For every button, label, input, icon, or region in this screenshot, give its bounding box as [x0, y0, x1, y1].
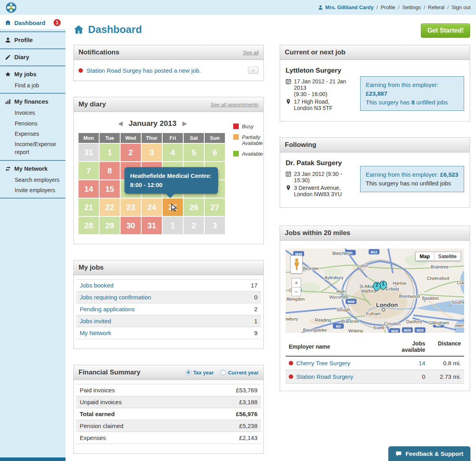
calendar-day-cell[interactable]: 14 — [79, 180, 99, 198]
calendar-next-icon[interactable]: ▶ — [182, 120, 187, 127]
user-menu-name[interactable]: Mrs. Gilliland Cardy — [318, 4, 374, 10]
sidebar-subitem-invoices[interactable]: Invoices — [0, 108, 65, 118]
notifications-see-all-link[interactable]: See all — [243, 50, 259, 56]
topbar-link-settings[interactable]: Settings — [402, 4, 421, 10]
map-place-label: Luton — [357, 263, 368, 268]
calendar-day-cell[interactable]: 8 — [100, 162, 120, 179]
mouse-cursor-icon — [170, 203, 178, 212]
notifications-panel: Notifications See all Station Road Surge… — [73, 45, 264, 81]
calendar-day-cell[interactable]: 30 — [121, 217, 141, 234]
employer-link[interactable]: Station Road Surgery — [296, 373, 353, 380]
current-job-surgery-name: Lyttleton Surgery — [286, 67, 356, 75]
sidebar-item-profile[interactable]: Profile — [0, 32, 65, 46]
calendar-day-cell[interactable]: 23 — [121, 199, 141, 216]
diary-see-all-link[interactable]: See all appointments — [211, 102, 259, 108]
map-place-label: Basildon — [422, 296, 439, 301]
sidebar-item-label: Profile — [14, 37, 33, 43]
row-value: 2 — [254, 306, 257, 312]
notification-link[interactable]: Station Road Surgey has posted a new job… — [86, 67, 244, 74]
sidebar-group-dashboard: Dashboard1 — [0, 15, 65, 32]
calendar-day-cell[interactable]: 7 — [79, 162, 99, 179]
calendar-day-cell[interactable]: 1 — [163, 217, 183, 234]
legend-label: Available — [242, 151, 263, 157]
sidebar-item-diary[interactable]: Diary — [0, 49, 65, 63]
calendar-day-cell[interactable]: 29 — [100, 217, 120, 234]
sidebar-subitem-expenses[interactable]: Expenses — [0, 129, 65, 139]
calendar-day-cell[interactable]: 31 — [79, 144, 99, 161]
sidebar-item-dashboard[interactable]: Dashboard1 — [0, 15, 65, 29]
calendar-day-cell[interactable]: 3 — [142, 144, 162, 161]
zoom-in-button[interactable]: + — [292, 278, 301, 287]
topbar-link-referal[interactable]: Referal — [428, 4, 445, 10]
map[interactable]: M40M1M11M40M3M25M26M20M2 BletchleyBicest… — [286, 249, 464, 333]
map-place-label: Clacton — [457, 280, 464, 285]
calendar-day-cell[interactable]: 5 — [184, 144, 204, 161]
calendar-day-cell[interactable]: 6 — [205, 144, 225, 161]
pegman-icon — [294, 258, 300, 271]
map-place-label: Watford — [361, 289, 376, 293]
row-label-link[interactable]: Jobs booked — [80, 282, 113, 289]
sidebar-item-my-network[interactable]: My Network — [0, 161, 65, 175]
calendar-day-cell[interactable]: 24 — [142, 199, 162, 216]
table-row: Jobs booked17 — [76, 280, 261, 291]
sync-icon — [5, 165, 11, 172]
sidebar-item-label: My jobs — [14, 71, 36, 77]
radio-current-year[interactable]: Current year — [221, 370, 259, 376]
sidebar-subitem-pensions[interactable]: Pensions — [0, 118, 65, 129]
app-logo-icon[interactable] — [6, 2, 17, 13]
map-button[interactable]: Map — [415, 252, 434, 261]
satellite-button[interactable]: Satellite — [434, 252, 461, 261]
employer-link[interactable]: Cherry Tree Surgery — [296, 360, 350, 366]
calendar-prev-icon[interactable]: ◀ — [118, 120, 123, 127]
sidebar-subitem-invite-employers[interactable]: Invite employers — [0, 185, 65, 195]
sidebar-item-my-finances[interactable]: My finances — [0, 94, 65, 108]
row-value: £2,143 — [239, 434, 257, 441]
location-pin-icon — [286, 185, 291, 191]
calendar-day-cell[interactable]: 4 — [163, 144, 183, 161]
calendar-day-cell[interactable]: 21 — [79, 199, 99, 216]
calendar-day-cell[interactable]: 31 — [142, 217, 162, 234]
notification-close-button[interactable]: × — [248, 67, 259, 74]
employer-name-cell: Cherry Tree Surgery — [289, 360, 388, 366]
street-view-pegman-button[interactable] — [290, 255, 303, 274]
row-label-link[interactable]: Jobs requiring confirmation — [80, 294, 151, 301]
sidebar-subitem-search-employers[interactable]: Search employers — [0, 175, 65, 185]
calendar-day-cell[interactable]: 15 — [100, 180, 120, 198]
get-started-button[interactable]: Get Started! — [421, 23, 470, 38]
topbar-link-sign-out[interactable]: Sign out — [451, 4, 470, 10]
sidebar-subitem-income-expense-report[interactable]: Income/Expense report — [0, 139, 65, 158]
topbar-link-profile[interactable]: Profile — [381, 4, 395, 10]
row-label-link[interactable]: Jobs invited — [80, 318, 111, 324]
jobs-available-cell[interactable]: 14 — [388, 360, 425, 366]
radio-button[interactable] — [221, 370, 226, 375]
calendar-day-cell[interactable]: 3 — [205, 217, 225, 234]
map-place-label: Reading — [315, 318, 331, 322]
sidebar-subitem-find-a-job[interactable]: Find a job — [0, 80, 65, 91]
legend-color-swatch — [233, 134, 239, 140]
calendar-day-cell[interactable]: 27 — [205, 199, 225, 216]
sidebar-item-my-jobs[interactable]: My jobs — [0, 66, 65, 80]
calendar-day-cell[interactable]: 28 — [79, 217, 99, 234]
map-place-label: London — [376, 301, 398, 308]
map-place-label: Gillingham — [428, 320, 449, 325]
row-label-link[interactable]: Pending applications — [80, 306, 134, 312]
calendar-day-cell[interactable]: 2 — [184, 217, 204, 234]
table-row: Pension claimed£5,238 — [76, 420, 261, 432]
table-row: Total earned£56,976 — [76, 408, 261, 420]
row-label-link[interactable]: My Network — [80, 330, 111, 336]
radio-tax-year[interactable]: Tax year — [186, 370, 214, 376]
calendar-day-cell[interactable]: 1 — [100, 144, 120, 161]
radio-button[interactable] — [186, 370, 191, 375]
map-place-label: Herne Bay — [455, 323, 464, 328]
calendar-day-cell[interactable]: 26 — [184, 199, 204, 216]
legend-item-available: Available — [233, 151, 263, 157]
page-title: Dashboard — [73, 23, 142, 36]
feedback-support-button[interactable]: Feedback & Support — [388, 446, 470, 461]
motorway-shield-label: M25 — [391, 329, 398, 333]
notifications-title: Notifications — [79, 48, 119, 56]
zoom-out-button[interactable]: − — [292, 287, 301, 296]
employer-dot-icon — [289, 361, 293, 365]
calendar-day-cell[interactable]: 2 — [121, 144, 141, 161]
calendar-day-cell[interactable]: 22 — [100, 199, 120, 216]
following-surgery-name: Dr. Patak Surgery — [286, 159, 356, 167]
